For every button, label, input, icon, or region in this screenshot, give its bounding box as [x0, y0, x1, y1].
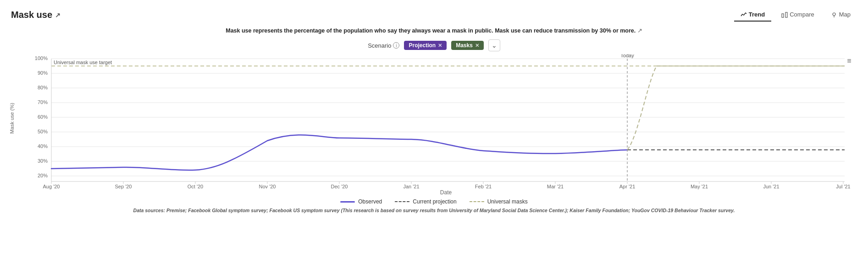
sources-text: : Premise; Facebook Global symptom surve…: [164, 208, 735, 213]
svg-text:Dec '20: Dec '20: [331, 184, 348, 189]
nav-tabs: Trend Compare Map: [734, 8, 857, 22]
svg-rect-1: [785, 12, 787, 17]
universal-mask-label: Universal mask use target: [54, 60, 112, 65]
tag-masks[interactable]: Masks ✕: [451, 41, 484, 50]
tab-map[interactable]: Map: [824, 8, 857, 22]
svg-point-2: [833, 13, 835, 16]
svg-text:Jan '21: Jan '21: [403, 184, 419, 189]
svg-text:50%: 50%: [38, 129, 48, 134]
legend-current-projection-label: Current projection: [413, 198, 456, 205]
svg-text:Jun '21: Jun '21: [763, 184, 779, 189]
title-text: Mask use: [11, 10, 52, 20]
compare-icon: [781, 11, 788, 18]
svg-text:60%: 60%: [38, 114, 48, 120]
tab-trend[interactable]: Trend: [734, 8, 771, 22]
tab-compare-label: Compare: [790, 11, 814, 18]
scenario-row: Scenario i Projection ✕ Masks ✕ ⌄: [0, 38, 868, 54]
scenario-text: Scenario: [368, 42, 391, 49]
map-icon: [831, 11, 837, 18]
description-bar: Mask use represents the percentage of th…: [0, 25, 868, 38]
tab-compare[interactable]: Compare: [775, 8, 820, 22]
svg-text:May '21: May '21: [691, 184, 708, 189]
svg-text:90%: 90%: [38, 70, 48, 76]
legend-universal-masks-line: [470, 201, 484, 202]
svg-text:Apr '21: Apr '21: [619, 184, 636, 189]
svg-rect-0: [782, 14, 784, 17]
legend-current-projection-line: [395, 201, 409, 202]
projection-close-icon[interactable]: ✕: [438, 43, 442, 49]
legend-universal-masks: Universal masks: [470, 198, 528, 205]
legend-observed-label: Observed: [358, 198, 382, 205]
svg-text:Jul '21: Jul '21: [836, 184, 850, 189]
legend-observed: Observed: [340, 198, 382, 205]
description-link-icon[interactable]: ↗: [637, 27, 642, 34]
svg-text:Feb '21: Feb '21: [475, 184, 492, 189]
tab-trend-label: Trend: [749, 11, 765, 18]
legend-universal-masks-label: Universal masks: [487, 198, 528, 205]
x-axis-label: Date: [24, 189, 868, 196]
page-header: Mask use ↗ Trend Compare Map: [0, 0, 868, 25]
svg-text:100%: 100%: [35, 55, 48, 61]
page-title: Mask use ↗: [11, 10, 61, 20]
sources-label: Data sources: [133, 208, 164, 213]
scenario-info-icon[interactable]: i: [393, 42, 399, 49]
svg-text:Nov '20: Nov '20: [259, 184, 276, 189]
footer-sources: Data sources: Premise; Facebook Global s…: [0, 205, 868, 216]
y-axis-label: Mask use (%): [9, 103, 15, 133]
chart-menu-icon[interactable]: ≡: [847, 57, 851, 65]
masks-label: Masks: [456, 42, 473, 49]
svg-text:Oct '20: Oct '20: [188, 184, 204, 189]
svg-text:30%: 30%: [38, 158, 48, 164]
external-link-icon[interactable]: ↗: [55, 11, 61, 19]
tag-projection[interactable]: Projection ✕: [404, 41, 447, 50]
page-container: Mask use ↗ Trend Compare Map Mask use re…: [0, 0, 868, 269]
svg-text:Mar '21: Mar '21: [547, 184, 564, 189]
universal-masks-projection: [627, 66, 845, 150]
svg-text:Sep '20: Sep '20: [115, 184, 132, 189]
today-label: Today: [620, 54, 634, 58]
tab-map-label: Map: [839, 11, 851, 18]
trend-icon: [741, 11, 747, 18]
svg-text:20%: 20%: [38, 173, 48, 178]
main-chart-svg: .grid-line { stroke: #e5e5e5; stroke-wid…: [24, 54, 854, 189]
svg-text:70%: 70%: [38, 99, 48, 105]
scenario-label: Scenario i: [368, 42, 399, 49]
chart-container: Mask use (%) .grid-line { stroke: #e5e5e…: [0, 54, 868, 216]
scenario-dropdown[interactable]: ⌄: [488, 39, 500, 51]
legend: Observed Current projection Universal ma…: [0, 198, 868, 205]
observed-curve: [51, 135, 627, 170]
svg-text:Aug '20: Aug '20: [43, 184, 60, 189]
masks-close-icon[interactable]: ✕: [475, 43, 479, 49]
legend-observed-line: [340, 201, 355, 203]
legend-current-projection: Current projection: [395, 198, 456, 205]
svg-text:40%: 40%: [38, 143, 48, 149]
svg-text:80%: 80%: [38, 85, 48, 90]
description-text: Mask use represents the percentage of th…: [226, 27, 636, 34]
projection-label: Projection: [409, 42, 436, 49]
